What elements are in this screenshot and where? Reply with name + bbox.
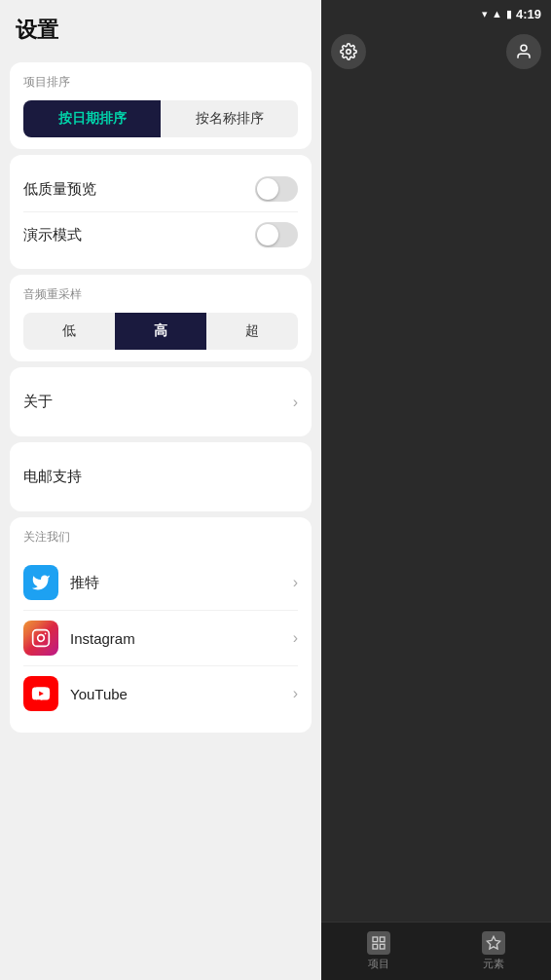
- twitter-row[interactable]: 推特 ›: [23, 555, 298, 610]
- resample-ultra-button[interactable]: 超: [206, 313, 298, 350]
- instagram-logo: [23, 621, 58, 656]
- wifi-icon: ▾: [482, 8, 488, 20]
- status-bar: ▾ ▲ ▮ 4:19: [482, 0, 551, 27]
- audio-resample-section: 音频重采样 低 高 超: [10, 275, 312, 361]
- instagram-chevron-icon: ›: [293, 629, 298, 647]
- resample-buttons-group: 低 高 超: [23, 313, 298, 350]
- tab-projects[interactable]: 项目: [367, 931, 390, 971]
- svg-rect-7: [373, 944, 378, 949]
- email-row[interactable]: 电邮支持: [23, 454, 298, 500]
- battery-icon: ▮: [506, 8, 512, 20]
- settings-icon-right[interactable]: [331, 34, 366, 69]
- demo-mode-toggle[interactable]: [255, 222, 298, 247]
- about-row[interactable]: 关于 ›: [23, 379, 298, 425]
- email-label: 电邮支持: [23, 468, 82, 486]
- svg-rect-0: [33, 630, 50, 647]
- twitter-chevron-icon: ›: [293, 574, 298, 591]
- about-label: 关于: [23, 393, 53, 411]
- low-quality-label: 低质量预览: [23, 180, 96, 199]
- projects-tab-icon: [367, 931, 390, 955]
- audio-resample-label: 音频重采样: [23, 286, 298, 303]
- tab-elements-label: 元素: [483, 957, 504, 971]
- low-quality-toggle[interactable]: [255, 176, 298, 202]
- youtube-logo: [23, 676, 58, 711]
- resample-low-button[interactable]: 低: [23, 313, 115, 350]
- instagram-label: Instagram: [70, 630, 281, 647]
- youtube-label: YouTube: [70, 686, 281, 702]
- right-panel: ▾ ▲ ▮ 4:19: [321, 0, 551, 980]
- email-support-section: 电邮支持: [10, 442, 312, 511]
- sort-buttons-group: 按日期排序 按名称排序: [23, 100, 298, 137]
- settings-panel: 设置 项目排序 按日期排序 按名称排序 低质量预览 演示模式 音频重采样 低 高…: [0, 0, 321, 980]
- signal-icon: ▲: [492, 8, 502, 19]
- elements-tab-icon: [482, 931, 505, 955]
- svg-point-3: [347, 50, 351, 55]
- svg-rect-5: [373, 937, 378, 942]
- twitter-logo: [23, 565, 58, 600]
- page-title: 设置: [0, 0, 321, 57]
- status-time: 4:19: [516, 7, 541, 21]
- low-quality-toggle-row: 低质量预览: [23, 167, 298, 211]
- toggles-section: 低质量预览 演示模式: [10, 155, 312, 269]
- follow-section: 关注我们 推特 › Instagram ›: [10, 517, 312, 733]
- sort-by-date-button[interactable]: 按日期排序: [23, 100, 161, 137]
- profile-icon[interactable]: [506, 34, 541, 69]
- twitter-label: 推特: [70, 574, 281, 592]
- svg-marker-9: [487, 936, 499, 949]
- demo-mode-toggle-row: 演示模式: [23, 211, 298, 257]
- instagram-row[interactable]: Instagram ›: [23, 610, 298, 665]
- demo-mode-label: 演示模式: [23, 226, 82, 245]
- sort-by-name-button[interactable]: 按名称排序: [161, 100, 298, 137]
- right-bottom-tabs: 项目 元素: [321, 922, 551, 980]
- youtube-row[interactable]: YouTube ›: [23, 665, 298, 721]
- sort-section: 项目排序 按日期排序 按名称排序: [10, 62, 312, 149]
- resample-high-button[interactable]: 高: [115, 313, 206, 350]
- youtube-chevron-icon: ›: [293, 685, 298, 702]
- follow-section-label: 关注我们: [23, 529, 298, 546]
- tab-elements[interactable]: 元素: [482, 931, 505, 971]
- about-section: 关于 ›: [10, 367, 312, 436]
- tab-projects-label: 项目: [368, 957, 389, 971]
- svg-point-4: [521, 45, 527, 51]
- about-chevron-icon: ›: [293, 394, 298, 411]
- sort-section-label: 项目排序: [23, 74, 298, 91]
- svg-rect-8: [380, 944, 385, 949]
- svg-rect-6: [380, 937, 385, 942]
